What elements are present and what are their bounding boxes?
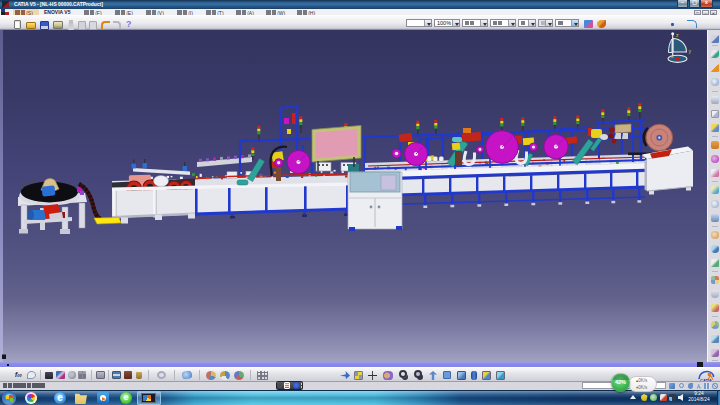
svg-text:z: z: [676, 32, 679, 38]
svg-text:y: y: [689, 48, 692, 54]
